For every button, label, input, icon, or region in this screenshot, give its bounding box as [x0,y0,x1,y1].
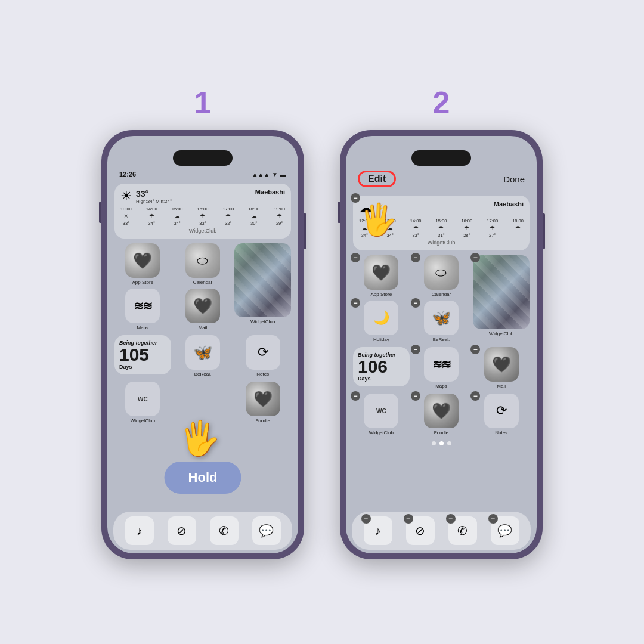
weather-temp: 33° [136,189,172,199]
widget-row-1: Being together 105 Days 🦋 BeReal. ⟳ N [114,335,291,377]
edit-bar-2: Edit Done [346,166,537,192]
cloud-icon-2: ☁ [359,200,372,216]
hold-button[interactable]: Hold [165,462,242,494]
page-dots-2 [353,441,530,445]
wh2-3: 15:00☂31° [436,218,447,238]
app-store-label: App Store [132,280,154,285]
phone-1: 12:26 ▲▲▲ ▼ ▬ ☀ 33° [101,130,304,559]
widgetclub-img-2: WC [364,394,398,428]
weather-left-1: ☀ 33° High:34° Min:24° [120,188,172,204]
couple-widget-2: − Being together 106 Days [353,347,410,386]
badge-dock-phone[interactable]: − [446,514,456,524]
weather-hour-3: 16:00☂33° [197,206,209,226]
badge-notes[interactable]: − [470,391,480,401]
weather-highlow: High:34° Min:24° [136,199,172,204]
badge-dock-messages[interactable]: − [488,514,498,524]
maps-icon-2[interactable]: − ≋≋ Maps [413,347,470,389]
phone-2: Edit Done − 🖐 ☁ [340,130,543,559]
foodie-label-1: Foodie [255,418,270,423]
badge-dock-music[interactable]: − [361,514,371,524]
dock-phone-1[interactable]: ✆ [210,516,239,545]
maps-icon[interactable]: ≋≋ Maps [114,289,171,330]
mail-img-2: 🖤 [484,347,519,382]
notes-img: ⟳ [246,335,280,370]
widgetclub-img-1: WC [125,382,160,416]
badge-calendar[interactable]: − [411,253,420,262]
mail-icon-2[interactable]: − 🖤 Mail [473,347,530,389]
badge-dock-safari[interactable]: − [404,514,413,524]
wh2-5: 17:00☂27° [487,218,498,238]
bereal-img-2: 🦋 [424,301,459,335]
sun-icon: ☀ [120,188,132,204]
weather-widget-wrap-2: − 🖐 ☁ ⚡ [353,196,530,250]
app-store-icon[interactable]: 🖤 App Store [114,243,171,285]
widgetclub-icon-1[interactable]: WC WidgetClub [114,382,171,423]
calendar-img: ⬭ [185,243,220,278]
step-1: 1 12:26 ▲▲▲ ▼ ▬ [101,85,304,559]
dot-3 [447,441,451,445]
widgetclub-large-label: WidgetClub [234,319,291,324]
widgetclub-label-bottom-2: WidgetClub [369,430,394,435]
weather-delete-badge[interactable]: − [351,193,360,203]
couple-days-label-1: Days [119,364,166,370]
dock-safari-1[interactable]: ⊘ [168,516,196,545]
badge-widgetclub[interactable]: − [351,391,360,401]
badge-maps[interactable]: − [411,345,420,354]
mail-label-2: Mail [497,383,506,389]
dock-messages-1[interactable]: 💬 [252,516,281,545]
weather-hour-0: 13:00☀33° [120,206,132,226]
weather-top-2: 🖐 ☁ ⚡ Maebashi [359,200,524,216]
weather-hour-2: 15:00☁34° [172,206,183,226]
mail-icon[interactable]: 🖤 Mail [175,289,231,330]
maps-label-2: Maps [435,383,447,389]
edit-button[interactable]: Edit [358,171,396,187]
notes-icon-2[interactable]: − ⟳ Notes [473,394,530,435]
badge-mail[interactable]: − [470,345,480,354]
weather-widget-2: 🖐 ☁ ⚡ Maebashi 12:00☁34° 13: [353,196,530,250]
holiday-label: Holiday [373,337,389,342]
mail-label: Mail [199,325,208,330]
app-store-icon-2[interactable]: − 🖤 App Store [353,255,410,297]
widgetclub-large-2[interactable]: − WidgetClub [473,255,530,342]
widgetclub-icon-2[interactable]: − WC WidgetClub [353,394,410,435]
screen-content-1: ☀ 33° High:34° Min:24° Maebashi 13:00☀33… [107,180,298,509]
calendar-label-2: Calendar [432,292,451,297]
weather-top-1: ☀ 33° High:34° Min:24° Maebashi [120,188,285,204]
weather-widget-1: ☀ 33° High:34° Min:24° Maebashi 13:00☀33… [114,184,291,239]
badge-appstore[interactable]: − [351,253,360,262]
step-2-number: 2 [433,85,450,120]
foodie-icon-1[interactable]: 🖤 Foodie [234,382,291,423]
couple-widget-1: Being together 105 Days [114,335,171,374]
app-store-img-2: 🖤 [364,255,398,290]
bereal-icon-1[interactable]: 🦋 BeReal. [175,335,231,377]
bereal-icon-2[interactable]: − 🦋 BeReal. [413,301,470,342]
dock-music-1[interactable]: ♪ [125,516,154,545]
holiday-icon[interactable]: − 🌙 Holiday [353,301,410,342]
maps-img: ≋≋ [125,289,160,323]
bottom-app-row-1: WC WidgetClub 🖤 Foodie [114,382,291,423]
signal-icon: ▲▲▲ [252,171,270,178]
status-bar-1: 12:26 ▲▲▲ ▼ ▬ [107,166,298,180]
calendar-label: Calendar [193,280,212,285]
widgetclub-label-2: WidgetClub [359,240,524,246]
dot-2-active [439,441,444,445]
wifi-icon: ▼ [272,171,278,178]
badge-bereal[interactable]: − [411,298,420,308]
dock-music-wrap-2: − ♪ [364,516,392,545]
badge-holiday[interactable]: − [351,298,360,308]
calendar-icon[interactable]: ⬭ Calendar [175,243,231,285]
calendar-icon-2[interactable]: − ⬭ Calendar [413,255,470,297]
widgetclub-large-widget[interactable]: WidgetClub [234,243,291,330]
app-grid-2: − 🖤 App Store − ⬭ Calendar − [353,255,530,342]
weather-hour-5: 18:00☁30° [248,206,259,226]
dock-messages-wrap-2: − 💬 [491,516,519,545]
badge-foodie[interactable]: − [411,391,420,401]
phone-2-screen: Edit Done − 🖐 ☁ [346,136,537,553]
step-2: 2 Edit Done − [340,85,543,559]
done-button[interactable]: Done [503,174,525,184]
holiday-img: 🌙 [364,301,398,335]
app-store-label-2: App Store [371,292,392,297]
bereal-img: 🦋 [185,335,220,370]
foodie-icon-2[interactable]: − 🖤 Foodie [413,394,470,435]
notes-icon-1[interactable]: ⟳ Notes [234,335,291,377]
